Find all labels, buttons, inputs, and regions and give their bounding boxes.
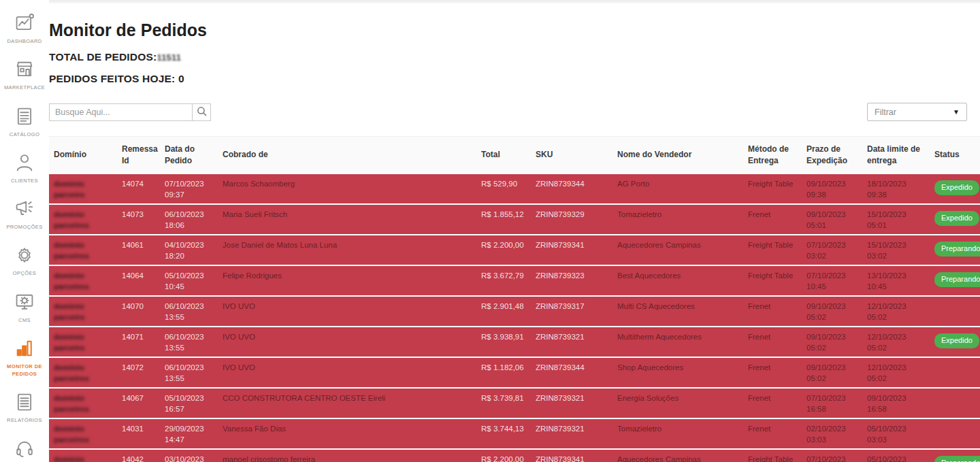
dashboard-icon <box>14 12 35 34</box>
toolbar: Filtrar ▼ <box>49 103 980 121</box>
cell-total: R$ 1.855,12 <box>476 205 531 223</box>
cell-sku: ZRIN8739321 <box>531 419 612 438</box>
cell-sku: ZRIN8739317 <box>531 297 612 315</box>
cell-domain-redacted: dominio parceiros <box>49 266 117 295</box>
cell-limite: 12/10/202305:02 <box>862 297 930 325</box>
status-badge: Expedido <box>934 211 979 226</box>
table-row[interactable]: dominio parceiros1406405/10/202310:45Fel… <box>49 265 980 295</box>
cell-prazo: 07/10/202310:45 <box>802 266 862 295</box>
sidebar-item-opcoes[interactable]: OPÇÕES <box>0 244 49 277</box>
table-row[interactable]: dominio parceiro1407407/10/202309:37Marc… <box>49 173 980 203</box>
sidebar-item-relatorios[interactable]: RELATÓRIOS <box>0 391 49 424</box>
person-icon <box>14 152 35 174</box>
table-row[interactable]: dominio parceiros1406705/10/202316:57CCO… <box>49 387 980 418</box>
filter-dropdown-label: Filtrar <box>875 108 896 117</box>
cell-remessa_id: 14064 <box>117 266 160 284</box>
redacted-domain-text: dominio parceiros <box>54 425 89 444</box>
sidebar-item-cms[interactable]: CMS <box>0 291 49 324</box>
cell-sku: ZRIN8739341 <box>531 235 612 254</box>
redacted-domain-text: dominio parceiro <box>54 180 84 199</box>
report-document-icon <box>14 391 35 413</box>
cell-cobrado_de: CCO CONSTRUTORA CENTRO OESTE Eireli <box>218 389 476 407</box>
cell-prazo: 07/10/202316:58 <box>802 389 862 417</box>
sidebar-item-suporte[interactable]: SUPORTE <box>0 438 49 462</box>
sidebar-item-label: MONITOR DE PEDIDOS <box>0 363 49 378</box>
table-row[interactable]: dominio parceiros1407306/10/202318:06Mar… <box>49 203 980 234</box>
total-orders-stat: TOTAL DE PEDIDOS:11511 <box>49 51 980 63</box>
redacted-domain-text: dominio parceiros <box>54 210 89 229</box>
cell-domain-redacted: dominio parceiros <box>49 205 117 233</box>
cell-domain-redacted: dominio parceiros <box>49 389 117 417</box>
sidebar-item-marketplace[interactable]: MARKETPLACE <box>0 59 49 91</box>
cell-cobrado_de: IVO UVO <box>218 327 476 346</box>
cell-metodo: Frenet <box>743 297 802 315</box>
filter-dropdown[interactable]: Filtrar ▼ <box>867 103 967 121</box>
sidebar-item-dashboard[interactable]: DASHBOARD <box>0 12 49 45</box>
sidebar-item-label: CATÁLOGO <box>10 131 39 138</box>
table-row[interactable]: dominio parceiro1404203/10/2023manoel cr… <box>49 448 980 462</box>
table-row[interactable]: dominio parceiros1406104/10/202318:20Jos… <box>49 234 980 265</box>
cell-cobrado_de: Jose Daniel de Matos Luna Luna <box>218 235 476 254</box>
table-row[interactable]: dominio parceiro1407106/10/202313:55IVO … <box>49 326 980 357</box>
cell-total: R$ 1.182,06 <box>476 358 531 376</box>
status-badge: Preparando <box>934 242 980 257</box>
main-area: Monitor de Pedidos TOTAL DE PEDIDOS:1151… <box>49 0 980 462</box>
cell-total: R$ 2.200,00 <box>476 235 531 254</box>
cell-prazo: 09/10/202309:38 <box>802 174 862 203</box>
redacted-domain-text: dominio parceiro <box>54 455 84 462</box>
column-header: Remessa Id <box>117 139 160 169</box>
cell-limite: 05/10/202303:03 <box>862 419 930 448</box>
cell-remessa_id: 14074 <box>117 174 160 193</box>
cell-status <box>930 389 980 396</box>
catalog-document-icon <box>14 105 35 127</box>
column-header: Data limite de entrega <box>862 139 930 169</box>
sidebar-item-catalogo[interactable]: CATÁLOGO <box>0 105 49 138</box>
cell-domain-redacted: dominio parceiro <box>49 327 117 356</box>
sidebar-item-promocoes[interactable]: PROMOÇÕES <box>0 198 49 231</box>
cell-status: Preparando <box>930 266 980 290</box>
column-header: Data do Pedido <box>160 139 218 169</box>
cell-status <box>930 419 980 427</box>
table-row[interactable]: dominio parceiro1407006/10/202313:55IVO … <box>49 295 980 326</box>
status-badge: Expedido <box>934 180 979 195</box>
cell-cobrado_de: IVO UVO <box>218 358 476 376</box>
storefront-icon <box>14 59 35 80</box>
cell-total: R$ 3.744,13 <box>476 419 531 438</box>
search-input[interactable] <box>49 103 193 121</box>
cell-domain-redacted: dominio parceiro <box>49 297 117 325</box>
search-button[interactable] <box>193 103 211 121</box>
cell-prazo: 02/10/202303:03 <box>802 419 862 448</box>
column-header: Domínio <box>49 145 117 164</box>
table-header-row: DomínioRemessa IdData do PedidoCobrado d… <box>49 136 980 173</box>
status-badge: Preparando <box>934 456 980 462</box>
cell-remessa_id: 14067 <box>117 389 160 407</box>
cell-prazo: 09/10/202305:02 <box>802 358 862 386</box>
cell-data_pedido: 07/10/202309:37 <box>160 174 218 203</box>
monitor-gear-icon <box>14 291 35 313</box>
redacted-domain-text: dominio parceiro <box>54 302 84 321</box>
cell-sku: ZRIN8739341 <box>531 450 612 462</box>
cell-domain-redacted: dominio parceiro <box>49 450 117 462</box>
cell-limite: 12/10/202305:02 <box>862 358 930 386</box>
table-row[interactable]: dominio parceiros1407206/10/202313:55IVO… <box>49 357 980 387</box>
cell-metodo: Freight Table <box>743 266 802 284</box>
cell-cobrado_de: Marcos Schaomberg <box>218 174 476 193</box>
cell-limite: 09/10/202316:58 <box>862 389 930 417</box>
cell-data_pedido: 06/10/202313:55 <box>160 327 218 356</box>
cell-total: R$ 529,90 <box>476 174 531 193</box>
cell-metodo: Freight Table <box>743 235 802 254</box>
cell-sku: ZRIN8739321 <box>531 327 612 346</box>
table-row[interactable]: dominio parceiros1403129/09/202314:47Van… <box>49 418 980 448</box>
column-header: Método de Entrega <box>743 139 802 169</box>
cell-metodo: Freight Table <box>743 450 802 462</box>
sidebar-item-monitor-de-pedidos[interactable]: MONITOR DE PEDIDOS <box>0 337 49 378</box>
cell-limite: 18/10/202309:38 <box>862 174 930 203</box>
cell-total: R$ 3.938,91 <box>476 327 531 346</box>
cell-limite: 15/10/202303:02 <box>862 235 930 264</box>
cell-sku: ZRIN8739321 <box>531 389 612 407</box>
column-header: Total <box>476 145 531 164</box>
cell-metodo: Frenet <box>743 419 802 438</box>
sidebar-item-clientes[interactable]: CLIENTES <box>0 152 49 184</box>
cell-prazo: 09/10/202305:02 <box>802 297 862 325</box>
cell-remessa_id: 14061 <box>117 235 160 254</box>
